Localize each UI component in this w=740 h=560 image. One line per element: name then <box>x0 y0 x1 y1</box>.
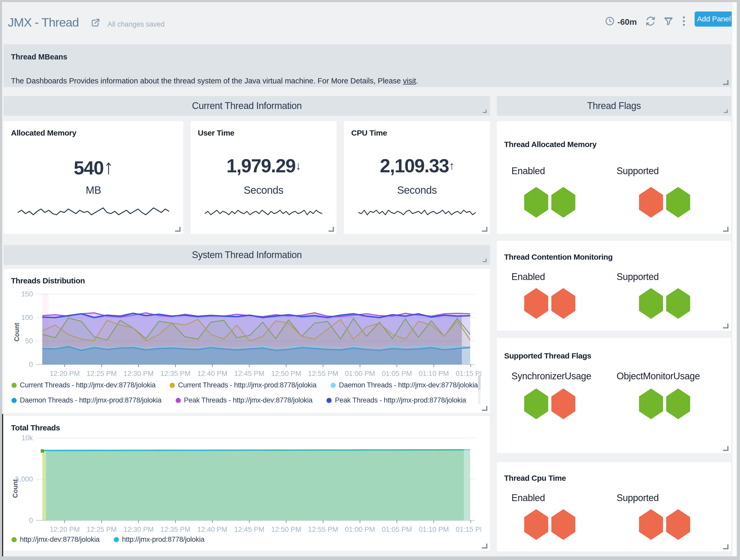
metric-unit: MB <box>4 184 183 196</box>
flag-group-label: SynchronizerUsage <box>512 371 591 382</box>
total-threads-chart[interactable]: 10k5,000012:20 PM12:25 PM12:30 PM12:35 P… <box>9 433 481 537</box>
resize-handle-icon[interactable] <box>329 227 334 232</box>
chart-legend-row: http://jmx-dev:8778/jolokia http://jmx-p… <box>11 536 204 544</box>
section-header-current-thread: Current Thread Information <box>4 96 490 116</box>
svg-text:0: 0 <box>29 517 33 524</box>
y-axis-label-count: Count <box>13 323 21 342</box>
metric-unit: Seconds <box>190 184 337 196</box>
svg-text:01:10 PM: 01:10 PM <box>419 370 449 377</box>
time-range-value[interactable]: -60m <box>617 17 637 27</box>
resize-handle-icon[interactable] <box>483 110 487 113</box>
total-threads-panel: Total Threads 10k5,000012:20 PM12:25 PM1… <box>4 416 490 551</box>
svg-text:12:50 PM: 12:50 PM <box>271 370 301 377</box>
trend-up-icon: ↑ <box>449 159 454 172</box>
svg-text:12:20 PM: 12:20 PM <box>50 526 80 533</box>
svg-text:01:00 PM: 01:00 PM <box>345 526 375 533</box>
legend-item[interactable]: Current Threads - http://jmx-dev:8778/jo… <box>11 381 156 389</box>
page-title: JMX - Thread <box>8 15 79 29</box>
section-header-thread-flags: Thread Flags <box>497 96 731 116</box>
status-hexagons <box>524 509 575 540</box>
add-panel-button[interactable]: Add Panel <box>695 11 733 27</box>
status-hexagon <box>524 509 548 540</box>
svg-text:12:35 PM: 12:35 PM <box>161 370 191 377</box>
kebab-menu-icon[interactable] <box>680 16 687 27</box>
legend-scrollbar[interactable] <box>478 375 481 405</box>
status-hexagon <box>551 288 575 319</box>
flag-panel-thread-contention: Thread Contention Monitoring Enabled Sup… <box>497 241 731 331</box>
resize-handle-icon[interactable] <box>723 80 729 85</box>
svg-text:01:10 PM: 01:10 PM <box>419 526 449 533</box>
legend-item[interactable]: http://jmx-dev:8778/jolokia <box>11 536 100 544</box>
refresh-icon[interactable] <box>645 16 656 27</box>
resize-handle-icon[interactable] <box>723 446 729 451</box>
legend-item[interactable]: Current Threads - http://jmx-prod:8778/j… <box>170 381 316 389</box>
thread-mbeans-panel: Thread MBeans The Dashboards Provides in… <box>4 44 731 87</box>
status-hexagons <box>639 509 690 540</box>
legend-item[interactable]: Daemon Threads - http://jmx-prod:8778/jo… <box>11 396 162 404</box>
metric-title: Allocated Memory <box>11 128 76 137</box>
section-header-system-thread: System Thread Information <box>4 245 490 265</box>
chart-title: Threads Distribution <box>11 276 85 285</box>
svg-text:12:55 PM: 12:55 PM <box>308 370 338 377</box>
resize-handle-icon[interactable] <box>483 259 487 262</box>
svg-text:12:25 PM: 12:25 PM <box>87 526 117 533</box>
resize-handle-icon[interactable] <box>482 544 487 549</box>
svg-text:12:30 PM: 12:30 PM <box>123 526 154 533</box>
trend-up-icon: ↑ <box>104 155 113 178</box>
status-hexagons <box>524 288 575 319</box>
flag-group-label: Enabled <box>512 165 545 177</box>
flag-group-label: Supported <box>617 492 659 503</box>
resize-handle-icon[interactable] <box>482 227 487 232</box>
svg-text:50: 50 <box>25 337 33 345</box>
share-icon[interactable] <box>90 18 100 28</box>
status-hexagons <box>524 388 575 419</box>
metric-unit: Seconds <box>344 184 490 196</box>
resize-handle-icon[interactable] <box>723 544 729 549</box>
metric-panel-cpu-time: CPU Time 2,109.33↑ Seconds <box>344 121 490 234</box>
page-scrollbar[interactable] <box>732 2 736 556</box>
status-hexagon <box>639 187 663 218</box>
legend-item[interactable]: Peak Threads - http://jmx-dev:8778/jolok… <box>176 396 312 404</box>
resize-handle-icon[interactable] <box>482 406 487 411</box>
legend-dot <box>11 383 17 388</box>
legend-dot <box>11 537 17 542</box>
threads-distribution-chart[interactable]: 15010050012:20 PM12:25 PM12:30 PM12:35 P… <box>9 291 481 380</box>
y-axis-label-count: Count <box>11 479 19 498</box>
resize-handle-icon[interactable] <box>723 227 729 232</box>
status-hexagon <box>524 187 548 218</box>
flag-group-label: ObjectMonitorUsage <box>617 371 700 382</box>
svg-text:150: 150 <box>21 291 33 298</box>
legend-item[interactable]: Daemon Threads - http://jmx-dev:8778/jol… <box>331 381 478 389</box>
filter-icon[interactable] <box>663 16 674 27</box>
status-hexagon <box>639 388 663 419</box>
resize-handle-icon[interactable] <box>723 324 729 329</box>
svg-text:12:40 PM: 12:40 PM <box>197 526 227 533</box>
legend-dot <box>331 383 336 388</box>
metric-panel-allocated-memory: Allocated Memory 540↑ MB <box>4 121 183 234</box>
mbeans-description: The Dashboards Provides information abou… <box>11 77 418 85</box>
metric-value: 540↑ <box>4 155 183 179</box>
legend-dot <box>176 398 181 403</box>
svg-text:01:05 PM: 01:05 PM <box>382 526 412 533</box>
svg-text:01:15 PM: 01:15 PM <box>456 370 481 377</box>
visit-link[interactable]: visit <box>403 77 416 85</box>
svg-text:12:30 PM: 12:30 PM <box>123 370 154 377</box>
flag-group-label: Supported <box>617 271 659 283</box>
legend-dot <box>327 398 332 403</box>
legend-item[interactable]: Peak Threads - http://jmx-prod:8778/jolo… <box>327 396 466 404</box>
sparkline-chart <box>205 204 322 221</box>
metric-value: 2,109.33↑ <box>344 155 490 177</box>
flag-group-label: Supported <box>617 165 659 177</box>
resize-handle-icon[interactable] <box>175 227 181 232</box>
status-hexagon <box>551 388 575 419</box>
status-hexagons <box>639 388 690 419</box>
clock-icon[interactable] <box>605 16 615 26</box>
flag-group-label: Enabled <box>512 492 545 503</box>
svg-text:12:25 PM: 12:25 PM <box>87 370 117 377</box>
status-hexagon <box>666 187 690 218</box>
panel-focus-edge <box>2 414 3 556</box>
resize-handle-icon[interactable] <box>724 110 728 113</box>
svg-text:10k: 10k <box>21 434 33 442</box>
legend-item[interactable]: http://jmx-prod:8778/jolokia <box>114 536 204 544</box>
chart-legend-row: Current Threads - http://jmx-dev:8778/jo… <box>11 381 478 389</box>
